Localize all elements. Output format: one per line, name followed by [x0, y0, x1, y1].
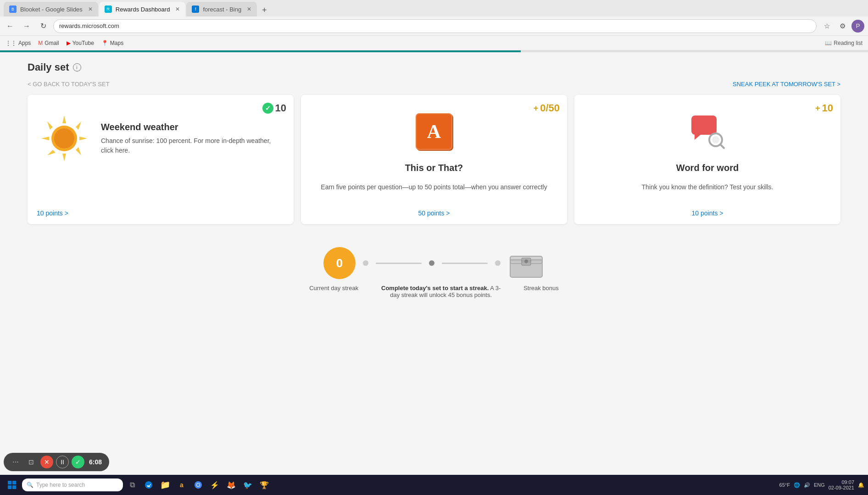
taskbar-date: 02-09-2021	[829, 485, 854, 490]
sun-icon	[39, 113, 89, 164]
sneak-peek-link[interactable]: SNEAK PEEK AT TOMORROW'S SET >	[733, 81, 840, 88]
weather-score-value: 10	[275, 102, 286, 114]
gmail-label: Gmail	[45, 40, 59, 46]
svg-line-14	[720, 144, 724, 148]
browser-icons: ☆ ⚙ P	[820, 20, 864, 33]
weather-icon-area	[37, 113, 92, 164]
chrome-icon	[194, 480, 203, 490]
bookmark-youtube[interactable]: ▶ YouTube	[67, 40, 94, 46]
bookmark-gmail[interactable]: M Gmail	[38, 40, 59, 46]
youtube-icon: ▶	[67, 40, 71, 46]
streak-dot-3	[495, 260, 501, 266]
bookmark-apps[interactable]: ⋮⋮ Apps	[6, 40, 31, 46]
cards-row: ✓ 10	[28, 95, 840, 224]
letter-a: A	[416, 113, 452, 150]
taskbar: 🔍 Type here to search ⧉ 📁 a ⚡ 🦊 🐦 🏆 65°F…	[0, 475, 868, 495]
url-display: rewards.microsoft.com	[59, 22, 811, 29]
taskbar-search[interactable]: 🔍 Type here to search	[22, 478, 123, 491]
tab-rewards[interactable]: R Rewards Dashboard ✕	[99, 2, 186, 16]
go-back-link[interactable]: < GO BACK TO TODAY'S SET	[28, 81, 110, 88]
star-icon[interactable]: ☆	[820, 20, 833, 33]
back-button[interactable]: ←	[4, 20, 17, 33]
daily-set-header: Daily set i	[28, 61, 840, 73]
svg-marker-3	[79, 137, 87, 140]
settings-icon[interactable]: ⚙	[836, 20, 849, 33]
page-content: Daily set i < GO BACK TO TODAY'S SET SNE…	[0, 52, 868, 478]
taskbar-app4[interactable]: 🏆	[257, 478, 272, 492]
word-desc: Think you know the definition? Test your…	[642, 182, 773, 192]
reading-list-indicator[interactable]: 📖 Reading list	[825, 40, 862, 46]
taskbar-network-icon: 🌐	[794, 482, 800, 488]
overlay-screen-button[interactable]: ⊡	[25, 456, 38, 468]
current-streak-label: Current day streak	[309, 285, 358, 292]
overlay-timer: 6:08	[87, 458, 104, 466]
streak-connector-2	[442, 263, 488, 264]
weather-desc: Chance of sunrise: 100 percent. For more…	[101, 136, 284, 155]
tab-forecast[interactable]: f forecast - Bing ✕	[186, 2, 257, 16]
taskbar-app1[interactable]: ⚡	[207, 478, 222, 492]
streak-connector-1	[376, 263, 422, 264]
new-tab-button[interactable]: +	[258, 4, 271, 16]
streak-labels: Current day streak Complete today's set …	[309, 285, 559, 298]
blooket-favicon: B	[9, 6, 17, 13]
word-card[interactable]: + 10 Word for word Think you know the de…	[574, 95, 840, 224]
this-or-that-desc: Earn five points per question—up to 50 p…	[321, 182, 547, 192]
check-icon: ✓	[262, 103, 273, 114]
weather-card[interactable]: ✓ 10	[28, 95, 294, 224]
svg-marker-11	[695, 135, 701, 140]
letter-block-icon: A	[310, 113, 558, 150]
weather-title: Weekend weather	[101, 122, 284, 132]
svg-marker-1	[62, 154, 66, 161]
overlay-stop-button[interactable]: ✕	[40, 456, 53, 468]
weather-card-body: Weekend weather Chance of sunrise: 100 p…	[37, 113, 284, 164]
weather-text-area: Weekend weather Chance of sunrise: 100 p…	[101, 122, 284, 155]
forward-button[interactable]: →	[20, 20, 33, 33]
this-or-that-title: This or That?	[405, 163, 463, 173]
weather-link[interactable]: 10 points >	[37, 209, 68, 217]
svg-marker-6	[47, 150, 56, 155]
taskbar-chrome[interactable]	[191, 478, 206, 492]
browser-chrome: B Blooket - Google Slides ✕ R Rewards Da…	[0, 0, 868, 52]
taskbar-search-icon: 🔍	[27, 482, 33, 488]
taskbar-sound-icon: 🔊	[804, 482, 810, 488]
tab-blooket-close[interactable]: ✕	[88, 6, 93, 12]
taskbar-notification-icon[interactable]: 🔔	[858, 482, 864, 488]
tab-forecast-title: forecast - Bing	[203, 6, 241, 13]
start-button[interactable]	[4, 477, 20, 493]
address-bar-row: ← → ↻ rewards.microsoft.com ☆ ⚙ P	[0, 16, 868, 36]
svg-point-13	[712, 136, 719, 143]
svg-rect-23	[12, 481, 16, 484]
address-bar[interactable]: rewards.microsoft.com	[53, 19, 817, 33]
tab-blooket-title: Blooket - Google Slides	[20, 6, 83, 13]
svg-rect-24	[8, 485, 11, 489]
reload-button[interactable]: ↻	[37, 20, 50, 33]
youtube-label: YouTube	[72, 40, 94, 46]
taskbar-app3[interactable]: 🐦	[240, 478, 255, 492]
taskbar-task-view[interactable]: ⧉	[125, 478, 139, 492]
maps-label: Maps	[110, 40, 123, 46]
bookmarks-bar: ⋮⋮ Apps M Gmail ▶ YouTube 📍 Maps 📖 Readi…	[0, 36, 868, 50]
tab-forecast-close[interactable]: ✕	[247, 6, 251, 12]
profile-icon[interactable]: P	[851, 20, 864, 33]
svg-rect-10	[691, 116, 717, 135]
overlay-confirm-button[interactable]: ✓	[72, 456, 84, 468]
overlay-menu-button[interactable]: ···	[9, 456, 22, 468]
this-or-that-link[interactable]: 50 points >	[418, 209, 450, 217]
taskbar-edge[interactable]	[141, 478, 156, 492]
maps-icon: 📍	[101, 40, 108, 46]
streak-bonus-text: Streak bonus	[523, 285, 559, 292]
overlay-pause-button[interactable]: ⏸	[56, 456, 69, 468]
word-link[interactable]: 10 points >	[692, 209, 723, 217]
tab-blooket[interactable]: B Blooket - Google Slides ✕	[4, 2, 98, 16]
taskbar-right: 65°F 🌐 🔊 ENG 09:07 02-09-2021 🔔	[779, 479, 864, 490]
taskbar-app2[interactable]: 🦊	[224, 478, 239, 492]
taskbar-amazon[interactable]: a	[174, 478, 189, 492]
daily-set-info-icon[interactable]: i	[73, 63, 81, 72]
svg-marker-2	[41, 137, 49, 140]
tab-rewards-close[interactable]: ✕	[175, 6, 180, 12]
streak-dots-line	[363, 260, 501, 266]
reading-list-icon: 📖	[825, 40, 832, 46]
bookmark-maps[interactable]: 📍 Maps	[101, 40, 123, 46]
this-or-that-card[interactable]: + 0/50 A This or That? Earn five points …	[301, 95, 567, 224]
taskbar-explorer[interactable]: 📁	[158, 478, 172, 492]
